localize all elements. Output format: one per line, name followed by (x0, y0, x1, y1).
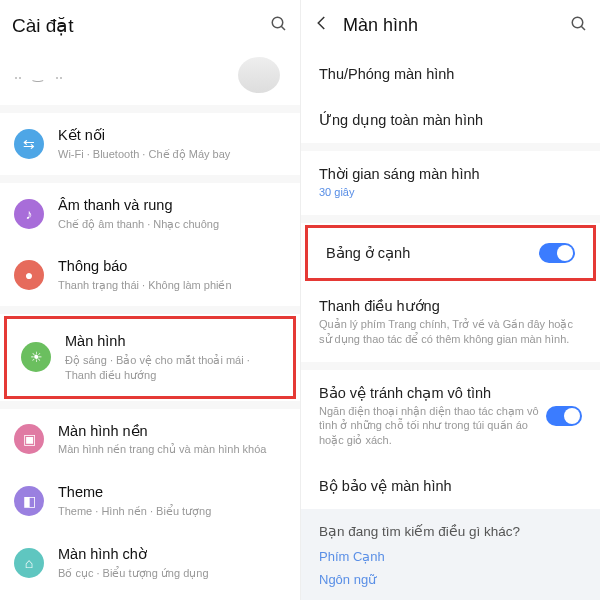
item-icon: ▣ (14, 424, 44, 454)
item-subtitle: Theme · Hình nền · Biểu tượng (58, 504, 286, 519)
item-text: Thời gian sáng màn hình 30 giây (319, 166, 582, 200)
highlight-box: ☀ Màn hình Độ sáng · Bảo vệ cho mắt thoả… (4, 316, 296, 399)
settings-item[interactable]: ☀ Màn hình Độ sáng · Bảo vệ cho mắt thoả… (7, 319, 293, 396)
item-title: Âm thanh và rung (58, 196, 286, 215)
settings-item[interactable]: ♪ Âm thanh và rung Chế độ âm thanh · Nhạ… (0, 183, 300, 245)
item-text: Bộ bảo vệ màn hình (319, 478, 582, 494)
item-title: Bộ bảo vệ màn hình (319, 478, 582, 494)
item-title: Thời gian sáng màn hình (319, 166, 582, 182)
display-item[interactable]: Thu/Phóng màn hình (301, 51, 600, 97)
svg-line-3 (581, 26, 585, 30)
back-icon[interactable] (313, 14, 331, 37)
divider (301, 362, 600, 370)
item-title: Thông báo (58, 257, 286, 276)
settings-item[interactable]: ● Thông báo Thanh trạng thái · Không làm… (0, 244, 300, 306)
item-title: Bảng ở cạnh (326, 245, 539, 261)
item-title: Bảo vệ tránh chạm vô tình (319, 385, 546, 401)
search-icon[interactable] (270, 15, 288, 37)
display-item[interactable]: Bảo vệ tránh chạm vô tình Ngăn điện thoạ… (301, 370, 600, 464)
item-icon: ⌂ (14, 548, 44, 578)
item-title: Màn hình nền (58, 422, 286, 441)
display-item[interactable]: Ứng dụng toàn màn hình (301, 97, 600, 143)
divider (301, 143, 600, 151)
page-title: Màn hình (343, 15, 570, 36)
item-text: Ứng dụng toàn màn hình (319, 112, 582, 128)
footer-link[interactable]: Ngôn ngữ (319, 572, 582, 587)
display-item[interactable]: Bộ bảo vệ màn hình (301, 463, 600, 509)
toggle-switch[interactable] (539, 243, 575, 263)
item-subtitle: Ngăn điện thoại nhận diện thao tác chạm … (319, 404, 546, 449)
settings-panel: Cài đặt ‥ ‿ ‥ ⇆ Kết nối Wi-Fi · Bluetoot… (0, 0, 300, 600)
divider (0, 175, 300, 183)
item-title: Thu/Phóng màn hình (319, 66, 582, 82)
settings-header: Cài đặt (0, 0, 300, 51)
item-text: Kết nối Wi-Fi · Bluetooth · Chế độ Máy b… (58, 126, 286, 162)
item-subtitle: 30 giây (319, 185, 582, 200)
partial-cutoff-item: ‥ ‿ ‥ (0, 51, 300, 105)
svg-point-0 (272, 17, 283, 28)
display-item[interactable]: Thời gian sáng màn hình 30 giây (301, 151, 600, 215)
search-icon[interactable] (570, 15, 588, 37)
toggle-switch[interactable] (546, 406, 582, 426)
item-text: Màn hình Độ sáng · Bảo vệ cho mắt thoải … (65, 332, 279, 383)
display-panel: Màn hình Thu/Phóng màn hình Ứng dụng toà… (300, 0, 600, 600)
display-list: Thu/Phóng màn hình Ứng dụng toàn màn hìn… (301, 51, 600, 509)
svg-line-1 (281, 26, 285, 30)
settings-item[interactable]: 🔒 Màn hình khóa (0, 594, 300, 600)
item-title: Theme (58, 483, 286, 502)
item-text: Âm thanh và rung Chế độ âm thanh · Nhạc … (58, 196, 286, 232)
display-item[interactable]: Bảng ở cạnh (308, 228, 593, 278)
item-icon: ☀ (21, 342, 51, 372)
settings-list: ⇆ Kết nối Wi-Fi · Bluetooth · Chế độ Máy… (0, 113, 300, 600)
item-text: Thanh điều hướng Quản lý phím Trang chín… (319, 298, 582, 347)
item-icon: ♪ (14, 199, 44, 229)
item-subtitle: Độ sáng · Bảo vệ cho mắt thoải mái · Tha… (65, 353, 279, 383)
item-subtitle: Chế độ âm thanh · Nhạc chuông (58, 217, 286, 232)
item-text: Màn hình nền Màn hình nền trang chủ và m… (58, 422, 286, 458)
item-subtitle: Thanh trạng thái · Không làm phiền (58, 278, 286, 293)
item-title: Màn hình chờ (58, 545, 286, 564)
display-header: Màn hình (301, 0, 600, 51)
divider (0, 401, 300, 409)
divider (0, 306, 300, 314)
item-icon: ● (14, 260, 44, 290)
display-item[interactable]: Thanh điều hướng Quản lý phím Trang chín… (301, 283, 600, 362)
item-text: Theme Theme · Hình nền · Biểu tượng (58, 483, 286, 519)
divider (0, 105, 300, 113)
settings-item[interactable]: ⇆ Kết nối Wi-Fi · Bluetooth · Chế độ Máy… (0, 113, 300, 175)
svg-point-2 (572, 17, 583, 28)
divider (301, 215, 600, 223)
footer-link[interactable]: Phím Cạnh (319, 549, 582, 564)
highlight-box: Bảng ở cạnh (305, 225, 596, 281)
settings-item[interactable]: ▣ Màn hình nền Màn hình nền trang chủ và… (0, 409, 300, 471)
settings-item[interactable]: ⌂ Màn hình chờ Bố cục · Biểu tượng ứng d… (0, 532, 300, 594)
footer-section: Bạn đang tìm kiếm điều gì khác? Phím Cạn… (301, 509, 600, 600)
item-subtitle: Bố cục · Biểu tượng ứng dụng (58, 566, 286, 581)
item-text: Bảo vệ tránh chạm vô tình Ngăn điện thoạ… (319, 385, 546, 449)
item-text: Bảng ở cạnh (326, 245, 539, 261)
footer-heading: Bạn đang tìm kiếm điều gì khác? (319, 523, 582, 539)
item-text: Thu/Phóng màn hình (319, 66, 582, 82)
item-icon: ⇆ (14, 129, 44, 159)
item-subtitle: Quản lý phím Trang chính, Trở về và Gần … (319, 317, 582, 347)
item-subtitle: Màn hình nền trang chủ và màn hình khóa (58, 442, 286, 457)
item-text: Thông báo Thanh trạng thái · Không làm p… (58, 257, 286, 293)
item-title: Thanh điều hướng (319, 298, 582, 314)
item-title: Ứng dụng toàn màn hình (319, 112, 582, 128)
item-title: Màn hình (65, 332, 279, 351)
page-title: Cài đặt (12, 14, 270, 37)
settings-item[interactable]: ◧ Theme Theme · Hình nền · Biểu tượng (0, 470, 300, 532)
avatar-placeholder (238, 57, 280, 93)
item-text: Màn hình chờ Bố cục · Biểu tượng ứng dụn… (58, 545, 286, 581)
item-icon: ◧ (14, 486, 44, 516)
item-subtitle: Wi-Fi · Bluetooth · Chế độ Máy bay (58, 147, 286, 162)
item-title: Kết nối (58, 126, 286, 145)
